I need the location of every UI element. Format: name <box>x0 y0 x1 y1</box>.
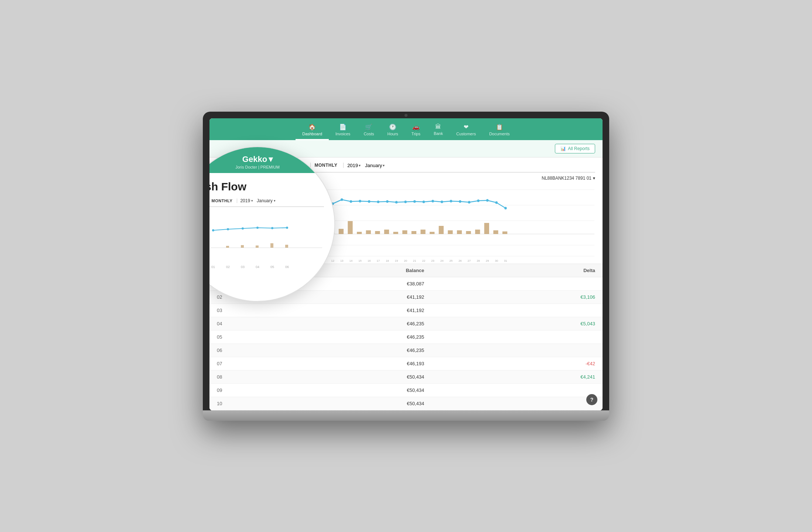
svg-point-18 <box>212 229 214 231</box>
nav-trips[interactable]: 🚗 Trips <box>405 121 427 140</box>
month-arrow: ▾ <box>383 163 385 167</box>
mag-page-title: Cash Flow <box>209 180 324 193</box>
svg-point-93 <box>431 200 434 202</box>
svg-rect-61 <box>339 229 344 234</box>
laptop-base <box>203 410 609 421</box>
cell-balance: €46,193 <box>239 357 431 370</box>
svg-text:26: 26 <box>458 259 461 262</box>
svg-text:30: 30 <box>495 259 498 262</box>
nav-bank-label: Bank <box>434 131 443 136</box>
svg-point-85 <box>359 200 361 202</box>
cell-balance: €50,434 <box>239 383 431 397</box>
all-reports-button[interactable]: 📊 All Reports <box>555 144 595 153</box>
svg-rect-72 <box>439 226 444 234</box>
mag-brand-arrow: ▾ <box>269 155 273 164</box>
nav-dashboard[interactable]: 🏠 Dashboard <box>296 121 329 140</box>
nav-hours[interactable]: 🕐 Hours <box>381 121 405 140</box>
svg-point-84 <box>350 200 352 203</box>
mag-body: Cash Flow DAILY MONTHLY 2019 ▾ January <box>209 173 334 275</box>
svg-text:15: 15 <box>358 259 361 262</box>
mag-subtitle: Joris Docter | PREMIUM <box>235 165 280 169</box>
cell-delta <box>431 330 603 343</box>
bank-account-selector[interactable]: NL88BANK1234 7891 01 ▾ <box>542 176 595 181</box>
svg-rect-73 <box>448 230 453 234</box>
svg-rect-15 <box>256 245 259 248</box>
svg-rect-78 <box>493 230 498 234</box>
chart-wrapper: 60,000 40,000 20,000 0 -20,000 -40,000 <box>291 182 595 264</box>
year-value[interactable]: 2019 <box>347 163 358 168</box>
bank-account-number: NL88BANK1234 7891 01 <box>542 176 591 181</box>
nav-invoices-label: Invoices <box>335 132 350 136</box>
tab-divider2 <box>343 163 344 168</box>
svg-text:13: 13 <box>340 259 343 262</box>
svg-point-100 <box>495 201 498 204</box>
all-reports-label: All Reports <box>568 146 590 151</box>
svg-rect-70 <box>420 230 425 234</box>
svg-rect-75 <box>466 231 471 234</box>
screen: 🏠 Dashboard 📄 Invoices 🛒 Costs 🕐 Hours 🚗… <box>209 118 603 410</box>
mag-month-value[interactable]: January <box>257 198 273 203</box>
help-button[interactable]: ? <box>586 394 597 405</box>
svg-rect-16 <box>270 243 273 248</box>
svg-point-23 <box>286 227 288 229</box>
dashboard-icon: 🏠 <box>308 123 316 131</box>
table-row: 05€46,235 <box>209 330 603 343</box>
month-select-wrap[interactable]: January ▾ <box>365 163 385 172</box>
cell-delta <box>431 343 603 357</box>
cell-balance: €41,192 <box>239 304 431 317</box>
mag-tab-monthly[interactable]: MONTHLY <box>212 199 237 206</box>
svg-rect-67 <box>393 232 398 234</box>
tab-monthly[interactable]: MONTHLY <box>314 163 343 172</box>
nav-customers-label: Customers <box>456 132 476 136</box>
year-select-wrap[interactable]: 2019 ▾ <box>347 163 361 172</box>
main-chart: 60,000 40,000 20,000 0 -20,000 -40,000 <box>291 182 595 264</box>
nav-dashboard-label: Dashboard <box>302 132 322 136</box>
mag-tabs: DAILY MONTHLY 2019 ▾ January ▾ <box>209 198 324 207</box>
svg-point-20 <box>242 227 244 230</box>
svg-rect-65 <box>375 231 380 234</box>
mag-year-arrow: ▾ <box>251 199 253 203</box>
svg-rect-63 <box>357 232 362 234</box>
cell-balance: €50,434 <box>239 370 431 383</box>
svg-point-97 <box>468 201 471 203</box>
cell-day: 03 <box>209 304 239 317</box>
svg-text:21: 21 <box>413 259 416 262</box>
trips-icon: 🚗 <box>412 123 420 131</box>
nav-costs-label: Costs <box>364 132 374 136</box>
cell-delta: €5,043 <box>431 317 603 330</box>
documents-icon: 📋 <box>496 123 503 131</box>
month-value[interactable]: January <box>365 163 382 168</box>
nav-bank[interactable]: 🏛 Bank <box>427 121 450 140</box>
svg-point-22 <box>271 227 273 229</box>
bank-arrow: ▾ <box>593 176 595 181</box>
cell-day: 06 <box>209 343 239 357</box>
cell-day: 04 <box>209 317 239 330</box>
svg-text:16: 16 <box>368 259 371 262</box>
mag-year-value[interactable]: 2019 <box>240 198 250 203</box>
svg-point-99 <box>486 199 489 201</box>
svg-text:19: 19 <box>395 259 398 262</box>
mag-brand: Gekko ▾ <box>242 155 273 164</box>
nav-documents[interactable]: 📋 Documents <box>482 121 516 140</box>
svg-point-83 <box>341 198 343 201</box>
nav-trips-label: Trips <box>412 132 420 136</box>
svg-text:17: 17 <box>377 259 380 262</box>
svg-point-92 <box>423 200 425 203</box>
svg-point-98 <box>477 199 480 202</box>
nav-invoices[interactable]: 📄 Invoices <box>329 121 357 140</box>
svg-text:04: 04 <box>256 265 259 269</box>
svg-point-94 <box>441 200 443 203</box>
svg-text:05: 05 <box>270 265 274 269</box>
nav-customers[interactable]: ❤ Customers <box>450 121 482 140</box>
mag-mini-chart: 60,000 40,000 20,000 0 -20,000 -40,000 0… <box>209 211 324 270</box>
costs-icon: 🛒 <box>365 123 372 131</box>
table-row: 06€46,235 <box>209 343 603 357</box>
svg-text:14: 14 <box>349 259 353 262</box>
svg-text:18: 18 <box>386 259 389 262</box>
svg-text:24: 24 <box>440 259 444 262</box>
laptop-frame: 🏠 Dashboard 📄 Invoices 🛒 Costs 🕐 Hours 🚗… <box>203 112 609 421</box>
nav-costs[interactable]: 🛒 Costs <box>357 121 381 140</box>
mag-tab-divider2 <box>237 199 237 203</box>
mag-brand-name: Gekko <box>242 155 267 164</box>
svg-point-87 <box>377 200 379 203</box>
